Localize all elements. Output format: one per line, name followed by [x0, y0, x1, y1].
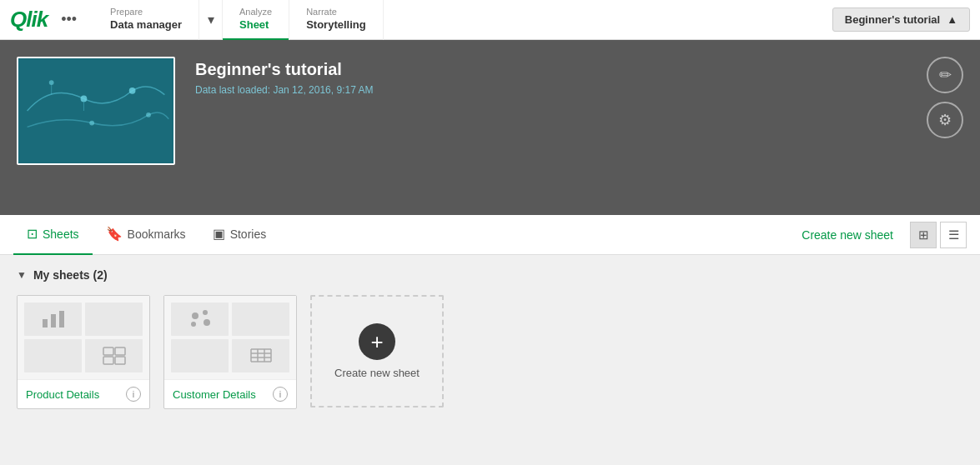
- settings-icon: ⚙: [938, 111, 952, 129]
- svg-rect-0: [19, 58, 173, 163]
- prepare-dropdown-btn[interactable]: ▾: [199, 0, 223, 40]
- sheet-preview-product: [18, 296, 149, 379]
- data-manager-label: Data manager: [110, 18, 182, 32]
- product-details-name: Product Details: [26, 388, 99, 401]
- my-sheets-header[interactable]: ▼ My sheets (2): [17, 268, 963, 282]
- preview-cell-1: [24, 302, 82, 336]
- prepare-section[interactable]: Prepare Data manager: [93, 0, 199, 40]
- sheets-tab-label: Sheets: [43, 228, 79, 241]
- analyze-section[interactable]: Analyze Sheet: [223, 0, 289, 40]
- svg-point-18: [191, 322, 196, 327]
- logo-area: Qlik: [10, 7, 48, 32]
- sheets-icon: ⊡: [27, 226, 38, 242]
- product-details-info-btn[interactable]: i: [126, 387, 141, 402]
- tab-bookmarks[interactable]: 🔖 Bookmarks: [93, 215, 199, 255]
- svg-rect-10: [59, 311, 64, 328]
- create-sheet-header-btn[interactable]: Create new sheet: [795, 225, 900, 245]
- prepare-label: Prepare: [110, 7, 182, 18]
- hero-info: Beginner's tutorial Data last loaded: Ja…: [195, 60, 373, 96]
- svg-rect-8: [43, 319, 48, 328]
- view-toggle: ⊞ ☰: [910, 222, 967, 248]
- svg-rect-12: [115, 348, 125, 355]
- stories-icon: ▣: [213, 226, 225, 242]
- narrate-section[interactable]: Narrate Storytelling: [289, 0, 384, 40]
- sheets-grid: Product Details i: [17, 295, 963, 409]
- analyze-label: Analyze: [239, 7, 272, 18]
- plus-circle-icon: +: [359, 323, 395, 360]
- customer-details-info-btn[interactable]: i: [273, 387, 288, 402]
- tab-sheets[interactable]: ⊡ Sheets: [13, 215, 93, 255]
- new-sheet-card[interactable]: + Create new sheet: [310, 295, 444, 408]
- tutorial-chevron-icon: ▲: [947, 13, 957, 26]
- hero-section: Beginner's tutorial Data last loaded: Ja…: [0, 40, 980, 215]
- hero-subtitle: Data last loaded: Jan 12, 2016, 9:17 AM: [195, 84, 373, 96]
- my-sheets-chevron-icon: ▼: [17, 269, 27, 281]
- my-sheets-label: My sheets (2): [33, 268, 108, 282]
- customer-preview-cell-4: [232, 339, 289, 372]
- bookmarks-icon: 🔖: [106, 226, 123, 242]
- bookmarks-tab-label: Bookmarks: [128, 228, 186, 241]
- tab-stories[interactable]: ▣ Stories: [199, 215, 280, 255]
- svg-point-15: [192, 312, 199, 319]
- navbar-menu-dots[interactable]: •••: [61, 11, 77, 28]
- svg-rect-13: [103, 357, 113, 364]
- content-area: ▼ My sheets (2): [0, 255, 980, 422]
- grid-view-btn[interactable]: ⊞: [910, 222, 937, 248]
- preview-cell-3: [24, 339, 82, 372]
- customer-preview-cell-3: [171, 339, 229, 372]
- svg-point-2: [129, 88, 136, 94]
- new-sheet-label: Create new sheet: [334, 367, 420, 379]
- edit-icon: ✏: [939, 66, 952, 84]
- svg-point-5: [146, 112, 151, 118]
- sheet-preview-customer: [164, 296, 296, 379]
- hero-thumbnail[interactable]: [17, 57, 175, 165]
- sheet-card-product-details[interactable]: Product Details i: [17, 295, 150, 409]
- preview-cell-4: [85, 339, 143, 372]
- svg-rect-14: [115, 357, 125, 364]
- hero-actions: ✏ ⚙: [927, 57, 963, 138]
- sheet-card-customer-details[interactable]: Customer Details i: [163, 295, 297, 409]
- sheet-label: Sheet: [239, 18, 272, 32]
- sheet-footer-product: Product Details i: [18, 379, 149, 408]
- svg-rect-9: [51, 314, 56, 328]
- preview-cell-2: [85, 302, 143, 336]
- qlik-logo: Qlik: [10, 7, 48, 32]
- prepare-nav: Prepare Data manager ▾: [93, 0, 223, 40]
- tab-bar: ⊡ Sheets 🔖 Bookmarks ▣ Stories Create ne…: [0, 215, 980, 255]
- svg-point-17: [204, 319, 210, 326]
- list-view-btn[interactable]: ☰: [940, 222, 967, 248]
- svg-point-4: [89, 121, 94, 126]
- svg-rect-11: [103, 348, 113, 355]
- narrate-label: Narrate: [306, 7, 366, 18]
- tutorial-badge-label: Beginner's tutorial: [845, 13, 940, 26]
- navbar: Qlik ••• Prepare Data manager ▾ Analyze …: [0, 0, 980, 40]
- svg-point-16: [203, 310, 208, 315]
- customer-preview-cell-2: [232, 302, 289, 336]
- customer-details-name: Customer Details: [173, 388, 256, 401]
- stories-tab-label: Stories: [230, 228, 267, 241]
- tutorial-badge[interactable]: Beginner's tutorial ▲: [832, 8, 970, 32]
- storytelling-label: Storytelling: [306, 18, 366, 32]
- hero-title: Beginner's tutorial: [195, 60, 373, 79]
- settings-button[interactable]: ⚙: [927, 102, 963, 138]
- sheet-footer-customer: Customer Details i: [164, 379, 296, 408]
- customer-preview-cell-1: [171, 302, 229, 336]
- edit-button[interactable]: ✏: [927, 57, 963, 93]
